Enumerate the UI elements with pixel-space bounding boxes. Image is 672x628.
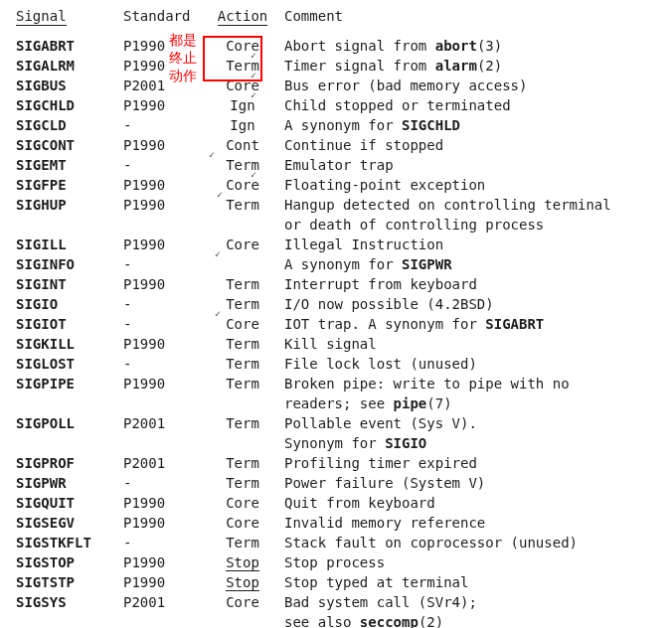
- standard-value: -: [123, 254, 207, 274]
- table-row: SIGALRMP1990TermTimer signal from alarm(…: [16, 56, 662, 76]
- standard-value: P1990: [123, 56, 207, 76]
- signal-table: 都是 终止 动作 ✓ ✓ ✓ ✓ ✓ ✓ ✓ ✓ Signal Standard…: [0, 0, 672, 628]
- table-row: SIGBUSP2001CoreBus error (bad memory acc…: [16, 76, 662, 95]
- action-value: Term: [207, 274, 278, 294]
- action-value: Term: [207, 195, 278, 215]
- standard-value: P1990: [123, 36, 207, 56]
- comment-text: Stack fault on coprocessor (unused): [278, 533, 662, 552]
- table-row: SIGHUPP1990TermHangup detected on contro…: [16, 195, 662, 215]
- action-value: Stop: [207, 572, 278, 592]
- signal-name: SIGTSTP: [16, 572, 123, 592]
- table-row: SIGSEGVP1990CoreInvalid memory reference: [16, 513, 662, 533]
- table-row: SIGLOST-TermFile lock lost (unused): [16, 354, 662, 374]
- comment-text: Invalid memory reference: [278, 513, 662, 533]
- table-row: SIGIO-TermI/O now possible (4.2BSD): [16, 294, 662, 314]
- action-value: Term: [207, 155, 278, 175]
- standard-value: P1990: [123, 374, 207, 393]
- table-row: SIGIOT-CoreIOT trap. A synonym for SIGAB…: [16, 314, 662, 334]
- action-value: Term: [207, 294, 278, 314]
- standard-value: -: [123, 314, 207, 334]
- table-row: SIGFPEP1990CoreFloating-point exception: [16, 175, 662, 195]
- table-row: SIGSTOPP1990StopStop process: [16, 552, 662, 572]
- standard-value: -: [123, 294, 207, 314]
- signal-name: SIGHUP: [16, 195, 123, 215]
- action-value: Ign: [207, 115, 278, 135]
- table-row: SIGEMT-TermEmulator trap: [16, 155, 662, 175]
- action-value: Term: [207, 56, 278, 76]
- standard-value: P2001: [123, 592, 207, 612]
- signal-name: SIGINFO: [16, 254, 123, 274]
- comment-text: Interrupt from keyboard: [278, 274, 662, 294]
- action-value: Core: [207, 235, 278, 254]
- table-header: Signal Standard Action Comment: [16, 6, 662, 26]
- signal-name: SIGEMT: [16, 155, 123, 175]
- signal-name: SIGKILL: [16, 334, 123, 354]
- table-body: SIGABRTP1990CoreAbort signal from abort(…: [16, 36, 662, 628]
- standard-value: -: [123, 533, 207, 552]
- standard-value: P1990: [123, 513, 207, 533]
- comment-text: IOT trap. A synonym for SIGABRT: [278, 314, 662, 334]
- signal-name: SIGCONT: [16, 135, 123, 155]
- action-value: Term: [207, 453, 278, 473]
- signal-name: SIGIO: [16, 294, 123, 314]
- standard-value: -: [123, 115, 207, 135]
- standard-value: P1990: [123, 572, 207, 592]
- action-value: Term: [207, 533, 278, 552]
- action-value: Term: [207, 334, 278, 354]
- action-value: Core: [207, 175, 278, 195]
- table-row-continuation: or death of controlling process: [16, 215, 662, 235]
- action-value: Stop: [207, 552, 278, 572]
- action-value: Core: [207, 76, 278, 95]
- comment-text: Profiling timer expired: [278, 453, 662, 473]
- comment-text: Kill signal: [278, 334, 662, 354]
- comment-text: Abort signal from abort(3): [278, 36, 662, 56]
- table-row: SIGSTKFLT-TermStack fault on coprocessor…: [16, 533, 662, 552]
- comment-text: Broken pipe: write to pipe with no: [278, 374, 662, 393]
- standard-value: -: [123, 473, 207, 493]
- standard-value: P1990: [123, 175, 207, 195]
- comment-text: Illegal Instruction: [278, 235, 662, 254]
- comment-text: Stop typed at terminal: [278, 572, 662, 592]
- table-row: SIGSYSP2001CoreBad system call (SVr4);: [16, 592, 662, 612]
- table-row: SIGCHLDP1990IgnChild stopped or terminat…: [16, 95, 662, 115]
- table-row-continuation: see also seccomp(2): [16, 612, 662, 628]
- signal-name: SIGIOT: [16, 314, 123, 334]
- signal-name: SIGINT: [16, 274, 123, 294]
- comment-text: see also seccomp(2): [16, 612, 443, 628]
- table-row: SIGPWR-TermPower failure (System V): [16, 473, 662, 493]
- standard-value: P1990: [123, 195, 207, 215]
- action-value: Term: [207, 413, 278, 433]
- signal-name: SIGALRM: [16, 56, 123, 76]
- comment-text: Bad system call (SVr4);: [278, 592, 662, 612]
- comment-text: A synonym for SIGCHLD: [278, 115, 662, 135]
- comment-text: Child stopped or terminated: [278, 95, 662, 115]
- table-row-continuation: Synonym for SIGIO: [16, 433, 662, 453]
- comment-text: Continue if stopped: [278, 135, 662, 155]
- table-row: SIGINTP1990TermInterrupt from keyboard: [16, 274, 662, 294]
- action-value: Core: [207, 513, 278, 533]
- table-row: SIGILLP1990CoreIllegal Instruction: [16, 235, 662, 254]
- action-value: Core: [207, 314, 278, 334]
- comment-text: Hangup detected on controlling terminal: [278, 195, 662, 215]
- table-row: SIGQUITP1990CoreQuit from keyboard: [16, 493, 662, 513]
- comment-text: Emulator trap: [278, 155, 662, 175]
- signal-name: SIGSEGV: [16, 513, 123, 533]
- standard-value: P1990: [123, 493, 207, 513]
- signal-name: SIGSTKFLT: [16, 533, 123, 552]
- table-row-continuation: readers; see pipe(7): [16, 393, 662, 413]
- action-value: Core: [207, 592, 278, 612]
- standard-value: P1990: [123, 552, 207, 572]
- signal-name: SIGPOLL: [16, 413, 123, 433]
- header-standard: Standard: [123, 8, 190, 24]
- signal-name: SIGFPE: [16, 175, 123, 195]
- standard-value: P1990: [123, 334, 207, 354]
- comment-text: Power failure (System V): [278, 473, 662, 493]
- signal-name: SIGSYS: [16, 592, 123, 612]
- action-value: Cont: [207, 135, 278, 155]
- signal-name: SIGQUIT: [16, 493, 123, 513]
- comment-text: Synonym for SIGIO: [16, 433, 426, 453]
- standard-value: P1990: [123, 235, 207, 254]
- signal-name: SIGILL: [16, 235, 123, 254]
- action-value: Term: [207, 473, 278, 493]
- table-row: SIGPOLLP2001TermPollable event (Sys V).: [16, 413, 662, 433]
